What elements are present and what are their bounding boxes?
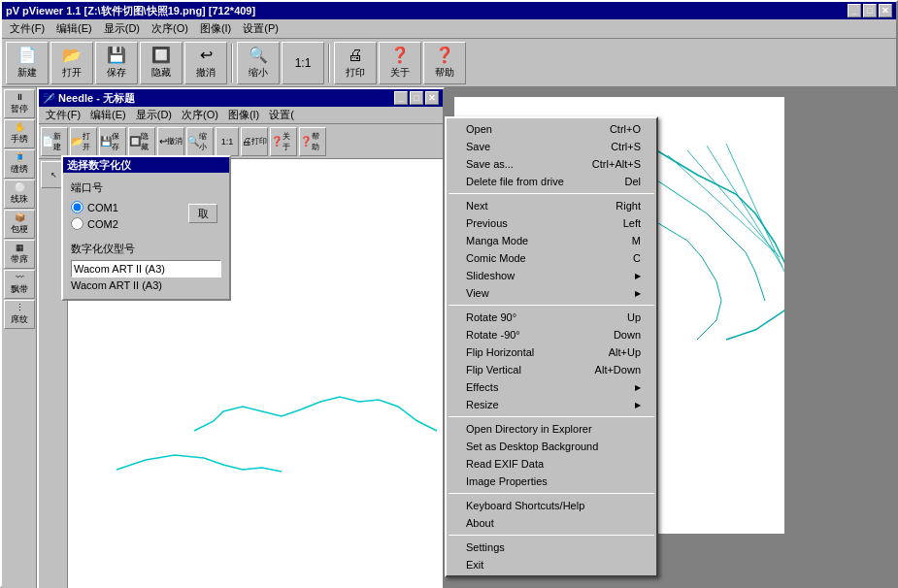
- ctx-open-dir[interactable]: Open Directory in Explorer: [447, 420, 656, 438]
- radio-com1-input[interactable]: [71, 201, 83, 213]
- toolbar-zoom[interactable]: 🔍 缩小: [237, 42, 280, 84]
- menu-order[interactable]: 次序(O): [146, 19, 194, 38]
- help-icon: ❓: [435, 46, 454, 64]
- left-sidebar: ⏸ 暂停 ✋ 手绣 🧵 缝绣 ⚪ 线珠 📦 包梗 ▦ 带席: [2, 87, 37, 588]
- menu-edit[interactable]: 编辑(E): [50, 19, 98, 38]
- dialog-content: 端口号 COM1 COM2: [63, 173, 229, 299]
- ctx-sep-2: [449, 305, 654, 306]
- minimize-button[interactable]: _: [848, 4, 861, 17]
- inner-minimize-button[interactable]: _: [394, 91, 408, 105]
- sidebar-btn-hand[interactable]: ✋ 手绣: [4, 119, 35, 148]
- sidebar-btn-ribbon[interactable]: 〰 飘带: [4, 270, 35, 299]
- inner-menu-settings[interactable]: 设置(: [264, 107, 299, 123]
- sidebar-btn-pattern[interactable]: ⋮ 席纹: [4, 300, 35, 329]
- inner-tb-undo[interactable]: ↩撤消: [157, 127, 184, 156]
- ctx-previous[interactable]: Previous Left: [447, 214, 656, 232]
- ctx-delete-label: Delete file from drive: [466, 176, 564, 187]
- inner-menu-order[interactable]: 次序(O): [177, 107, 223, 123]
- ctx-exit[interactable]: Exit: [447, 556, 656, 573]
- dialog-radio-com1[interactable]: COM1: [71, 201, 118, 213]
- ctx-comic-label: Comic Mode: [466, 252, 526, 264]
- ctx-save[interactable]: Save Ctrl+S: [447, 138, 656, 155]
- ctx-effects[interactable]: Effects: [447, 378, 656, 396]
- inner-menu-image[interactable]: 图像(I): [223, 107, 264, 123]
- sidebar-btn-wrap[interactable]: 📦 包梗: [4, 210, 35, 239]
- canvas-area: 🪡 Needle - 无标题 _ □ ✕ 文件(F) 编辑(E) 显示(D) 次…: [37, 87, 896, 588]
- svg-line-0: [668, 155, 775, 252]
- svg-line-1: [687, 150, 780, 257]
- ctx-flip-v-shortcut: Alt+Down: [595, 364, 641, 376]
- ctx-exif[interactable]: Read EXIF Data: [447, 455, 656, 473]
- inner-tb-help[interactable]: ❓帮助: [299, 127, 326, 156]
- maximize-button[interactable]: □: [863, 4, 877, 17]
- ctx-save-as-shortcut: Ctrl+Alt+S: [592, 158, 641, 170]
- inner-tb-1to1[interactable]: 1:1: [216, 127, 239, 156]
- toolbar-new[interactable]: 📄 新建: [6, 42, 49, 84]
- inner-close-button[interactable]: ✕: [425, 91, 439, 105]
- dialog-ok-button[interactable]: 取: [188, 204, 217, 223]
- ctx-next[interactable]: Next Right: [447, 197, 656, 214]
- close-button[interactable]: ✕: [879, 4, 892, 17]
- ctx-flip-h[interactable]: Flip Horizontal Alt+Up: [447, 343, 656, 361]
- ctx-manga-label: Manga Mode: [466, 235, 528, 246]
- sidebar-btn-pause[interactable]: ⏸ 暂停: [4, 89, 35, 118]
- ctx-slideshow[interactable]: Slideshow: [447, 267, 656, 284]
- menu-image[interactable]: 图像(I): [194, 19, 237, 38]
- toolbar-1to1[interactable]: 1:1: [282, 42, 324, 84]
- ctx-image-props[interactable]: Image Properties: [447, 473, 656, 490]
- sidebar-label-sew: 缝绣: [11, 163, 28, 176]
- ctx-desktop-bg[interactable]: Set as Desktop Background: [447, 438, 656, 455]
- inner-menu-file[interactable]: 文件(F): [41, 107, 85, 123]
- inner-tb-zoom[interactable]: 🔍缩小: [186, 127, 214, 156]
- ctx-flip-v[interactable]: Flip Vertical Alt+Down: [447, 361, 656, 378]
- toolbar-about[interactable]: ❓ 关于: [379, 42, 421, 84]
- radio-com2-input[interactable]: [71, 217, 83, 230]
- inner-tb-print[interactable]: 🖨打印: [241, 127, 268, 156]
- ctx-rotate-neg90-shortcut: Down: [614, 329, 641, 341]
- ctx-delete[interactable]: Delete file from drive Del: [447, 173, 656, 190]
- sidebar-label-pause: 暂停: [11, 103, 28, 115]
- toolbar-print[interactable]: 🖨 打印: [334, 42, 377, 84]
- toolbar-save[interactable]: 💾 保存: [95, 42, 138, 84]
- ctx-keyboard-help[interactable]: Keyboard Shortcuts/Help: [447, 497, 656, 514]
- ctx-open[interactable]: Open Ctrl+O: [447, 120, 656, 138]
- menu-settings[interactable]: 设置(P): [237, 19, 284, 38]
- toolbar-hide[interactable]: 🔲 隐藏: [140, 42, 183, 84]
- toolbar-help[interactable]: ❓ 帮助: [423, 42, 466, 84]
- inner-tb-hide[interactable]: 🔲隐藏: [128, 127, 155, 156]
- ctx-rotate-90[interactable]: Rotate 90° Up: [447, 309, 656, 326]
- ctx-sep-5: [449, 535, 654, 536]
- inner-menu-view[interactable]: 显示(D): [131, 107, 177, 123]
- sidebar-btn-bead[interactable]: ⚪ 线珠: [4, 180, 35, 209]
- ctx-settings[interactable]: Settings: [447, 539, 656, 556]
- ctx-open-shortcut: Ctrl+O: [610, 123, 641, 135]
- ctx-resize[interactable]: Resize: [447, 396, 656, 413]
- ctx-about[interactable]: About: [447, 514, 656, 532]
- ctx-save-as[interactable]: Save as... Ctrl+Alt+S: [447, 155, 656, 173]
- inner-tb-about[interactable]: ❓关于: [270, 127, 297, 156]
- dialog-model-input[interactable]: [71, 260, 221, 278]
- toolbar-open[interactable]: 📂 打开: [50, 42, 93, 84]
- ctx-about-label: About: [466, 517, 494, 529]
- ribbon-icon: 〰: [16, 273, 24, 282]
- dialog-radio-com2[interactable]: COM2: [71, 217, 118, 230]
- ctx-manga[interactable]: Manga Mode M: [447, 232, 656, 249]
- hand-icon: ✋: [15, 122, 25, 132]
- inner-tb-save[interactable]: 💾保存: [99, 127, 126, 156]
- hide-icon: 🔲: [151, 46, 171, 64]
- toolbar-undo[interactable]: ↩ 撤消: [184, 42, 227, 84]
- inner-tb-open[interactable]: 📂打开: [70, 127, 97, 156]
- sidebar-btn-sew[interactable]: 🧵 缝绣: [4, 149, 35, 179]
- dialog-model-label: 数字化仪型号: [71, 242, 221, 256]
- ctx-rotate-neg90[interactable]: Rotate -90° Down: [447, 326, 656, 343]
- inner-maximize-button[interactable]: □: [410, 91, 423, 105]
- ctx-view[interactable]: View: [447, 284, 656, 302]
- print-icon: 🖨: [348, 47, 363, 64]
- ctx-comic[interactable]: Comic Mode C: [447, 249, 656, 267]
- sidebar-btn-mat[interactable]: ▦ 带席: [4, 240, 35, 269]
- menu-file[interactable]: 文件(F): [4, 19, 50, 38]
- inner-tb-new[interactable]: 📄新建: [41, 127, 68, 156]
- inner-menu-edit[interactable]: 编辑(E): [85, 107, 131, 123]
- menu-view[interactable]: 显示(D): [98, 19, 146, 38]
- ctx-exif-label: Read EXIF Data: [466, 458, 544, 470]
